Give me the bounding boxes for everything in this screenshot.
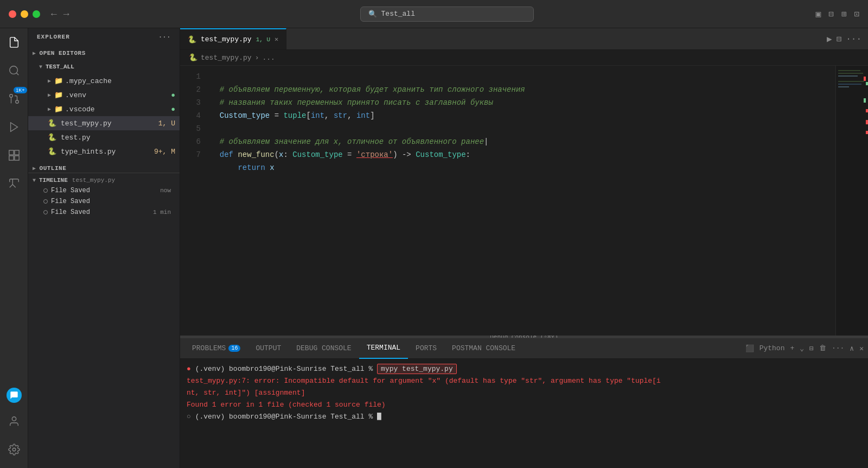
terminal-prompt-1: (.venv) boombro190@Pink-Sunrise Test_all… — [195, 413, 377, 421]
terminal-line-1: test_mypy.py:7: error: Incompatible defa… — [187, 375, 861, 387]
test-py-icon: 🐍 — [48, 133, 56, 142]
split-terminal-button[interactable]: ⊟ — [809, 344, 814, 353]
timeline-header[interactable]: ▼ TIMELINE test_mypy.py — [28, 175, 180, 185]
root-folder-arrow: ▼ — [39, 64, 42, 70]
type-hints-badge: 9+, M — [154, 148, 175, 156]
mypy-cache-arrow: ▶ — [48, 78, 51, 84]
trash-button[interactable]: 🗑 — [819, 344, 826, 352]
extensions-icon[interactable] — [4, 146, 24, 165]
terminal-more-button[interactable]: ··· — [832, 344, 844, 352]
layout-icon-1[interactable]: ▣ — [815, 9, 821, 20]
type-hints-file[interactable]: 🐍 type_hints.py 9+, M — [28, 144, 180, 159]
panel-close-button[interactable]: ✕ — [859, 344, 864, 353]
minimize-button[interactable] — [21, 10, 28, 18]
timeline-label-0: File Saved — [51, 187, 157, 194]
close-button[interactable] — [9, 10, 16, 18]
more-button[interactable]: ··· — [846, 34, 861, 44]
test-py-file[interactable]: 🐍 test.py — [28, 130, 180, 144]
tab-name: test_mypy.py — [201, 35, 252, 43]
forward-button[interactable]: → — [63, 9, 69, 20]
minimap-red-1 — [866, 109, 868, 112]
file-tree: ▶ OPEN EDITORS ▼ TEST_ALL ▶ 📁 .mypy_cach… — [28, 46, 180, 468]
timeline-arrow: ▼ — [33, 178, 36, 184]
terminal-line-4: ○ (.venv) boombro190@Pink-Sunrise Test_a… — [187, 411, 861, 423]
layout-icon-4[interactable]: ⊡ — [854, 9, 859, 20]
tab-debug-console[interactable]: DEBUG CONSOLE — [289, 338, 359, 359]
venv-folder[interactable]: ▶ 📁 .venv ● — [28, 88, 180, 102]
mypy-cache-folder[interactable]: ▶ 📁 .mypy_cache — [28, 74, 180, 88]
terminal-label: TERMINAL — [367, 344, 400, 352]
debug-console-tab-label: DEBUG CONSOLE — [296, 344, 351, 352]
chat-icon[interactable] — [7, 388, 22, 403]
code-editor[interactable]: 1 2 3 4 5 6 7 # объявляем переменную, ко… — [180, 66, 868, 336]
run-button[interactable]: ▶ — [827, 34, 832, 45]
split-button[interactable]: ⊟ — [837, 34, 842, 45]
add-terminal-button[interactable]: + — [790, 344, 794, 352]
sidebar: EXPLORER ··· ▶ OPEN EDITORS ▼ TEST_ALL ▶… — [28, 28, 180, 468]
code-content[interactable]: # объявляем переменную, которая будет хр… — [206, 66, 835, 336]
outline-section[interactable]: ▶ OUTLINE — [28, 163, 180, 173]
tab-ports[interactable]: PORTS — [408, 338, 444, 359]
tab-badge: 1, U — [256, 36, 270, 43]
terminal-line-2: nt, str, int]") [assignment] — [187, 387, 861, 399]
tab-close-button[interactable]: ✕ — [275, 35, 278, 43]
activity-bar-bottom — [4, 388, 24, 464]
maximize-button[interactable] — [33, 10, 40, 18]
explorer-more-button[interactable]: ··· — [158, 34, 171, 40]
terminal-line-0: ● (.venv) boombro190@Pink-Sunrise Test_a… — [187, 363, 861, 375]
terminal-dropdown-button[interactable]: ⌄ — [800, 344, 804, 353]
main-layout: 1K+ — [0, 28, 868, 468]
test-py-label: test.py — [61, 134, 175, 142]
panel: PROBLEMS 16 OUTPUT DEBUG CONSOLE TERMINA… — [180, 338, 868, 468]
source-control-icon[interactable]: 1K+ — [4, 89, 24, 109]
vscode-folder[interactable]: ▶ 📁 .vscode ● — [28, 102, 180, 116]
search-icon[interactable] — [4, 61, 24, 80]
tab-test-mypy[interactable]: 🐍 test_mypy.py 1, U ✕ — [180, 28, 286, 49]
terminal-line-3: Found 1 error in 1 file (checked 1 sourc… — [187, 399, 861, 411]
tab-problems[interactable]: PROBLEMS 16 — [184, 338, 248, 359]
panel-up-button[interactable]: ∧ — [850, 344, 854, 353]
activity-bar: 1K+ — [0, 28, 28, 468]
panel-actions: ⬛ Python + ⌄ ⊟ 🗑 ··· ∧ ✕ — [745, 344, 864, 353]
timeline-dot-0 — [43, 188, 48, 193]
titlebar: ← → 🔍 Test_all ▣ ⊟ ⊞ ⊡ — [0, 0, 868, 28]
tab-actions: ▶ ⊟ ··· — [827, 28, 868, 49]
explorer-icon[interactable] — [4, 33, 24, 52]
type-hints-icon: 🐍 — [48, 147, 56, 156]
svg-rect-8 — [9, 156, 13, 160]
timeline-label-2: File Saved — [51, 208, 150, 216]
testing-icon[interactable] — [4, 174, 24, 193]
svg-rect-7 — [14, 150, 18, 155]
minimap — [835, 66, 868, 336]
breadcrumb-file: test_mypy.py — [201, 54, 252, 62]
vscode-arrow: ▶ — [48, 106, 51, 112]
ports-label: PORTS — [416, 344, 437, 352]
tab-terminal[interactable]: TERMINAL — [359, 338, 408, 359]
layout-icon-2[interactable]: ⊟ — [828, 9, 834, 20]
timeline-item-0[interactable]: File Saved now — [28, 185, 180, 196]
test-mypy-label: test_mypy.py — [61, 119, 156, 128]
back-button[interactable]: ← — [51, 9, 57, 20]
breadcrumb-separator: › — [255, 54, 259, 62]
timeline-time-2: 1 min — [153, 209, 171, 216]
run-icon[interactable] — [4, 117, 24, 137]
timeline-dot-1 — [43, 199, 48, 204]
search-bar[interactable]: 🔍 Test_all — [360, 7, 534, 22]
open-editors-section[interactable]: ▶ OPEN EDITORS — [28, 46, 180, 60]
layout-icon-3[interactable]: ⊞ — [841, 9, 847, 20]
settings-icon[interactable] — [4, 440, 24, 459]
tab-postman[interactable]: POSTMAN CONSOLE — [444, 338, 523, 359]
terminal-prompt-0: (.venv) boombro190@Pink-Sunrise Test_all… — [195, 365, 377, 373]
svg-point-2 — [15, 100, 18, 104]
root-folder[interactable]: ▼ TEST_ALL — [28, 60, 180, 74]
svg-marker-5 — [10, 123, 17, 132]
timeline-item-1[interactable]: File Saved — [28, 196, 180, 207]
tab-output[interactable]: OUTPUT — [248, 338, 289, 359]
panel-content[interactable]: ● (.venv) boombro190@Pink-Sunrise Test_a… — [180, 359, 868, 468]
venv-label: .venv — [65, 91, 169, 99]
account-icon[interactable] — [4, 412, 24, 431]
test-mypy-file[interactable]: 🐍 test_mypy.py 1, U — [28, 116, 180, 130]
source-control-badge: 1K+ — [14, 87, 27, 93]
problems-label: PROBLEMS — [192, 344, 226, 352]
timeline-item-2[interactable]: File Saved 1 min — [28, 207, 180, 218]
